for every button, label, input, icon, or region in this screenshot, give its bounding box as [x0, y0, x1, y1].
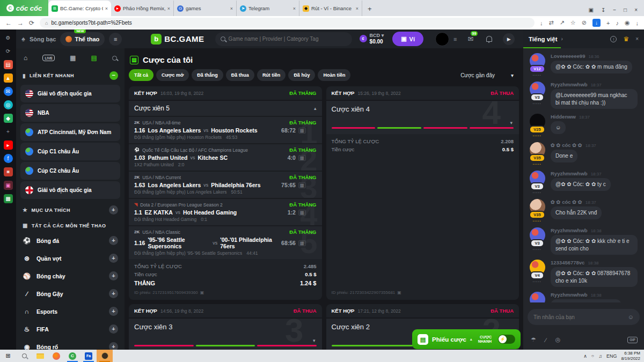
filter-cancelled[interactable]: Đã hủy: [288, 69, 315, 81]
profile-icon[interactable]: ◉: [625, 19, 630, 26]
currency-selector[interactable]: ¢ BCD ▾ $0.00: [360, 33, 384, 45]
bet-card-lost[interactable]: KẾT HỢP 15:26, 19 thg 8, 2022 ĐÃ THUA 4 …: [326, 86, 519, 300]
reload-button[interactable]: ⟳: [29, 19, 34, 27]
url-box[interactable]: ⌂bc.game/sports?bt-path=%2Fbets: [40, 18, 535, 28]
expand-icon[interactable]: ▾: [510, 120, 513, 125]
messenger-icon[interactable]: ✉: [4, 87, 13, 96]
firefox-button[interactable]: [48, 350, 64, 362]
tab-youtube[interactable]: ▸Pháo Hồng Remix, Nhưng ◂))×: [111, 1, 174, 16]
filter-open[interactable]: Cược mở: [156, 69, 189, 81]
tab-close-icon[interactable]: ×: [356, 6, 358, 11]
hot-icon[interactable]: ▲: [4, 73, 13, 83]
chat-rules-icon[interactable]: !: [610, 36, 617, 42]
message-bubble[interactable]: @1233456778vc het r ;))): [551, 299, 621, 302]
new-tab-button[interactable]: +: [362, 5, 377, 16]
expand-plus-button[interactable]: +: [109, 271, 118, 280]
news-icon[interactable]: ▤: [4, 60, 13, 69]
tab-close-icon[interactable]: ×: [105, 6, 108, 11]
home-icon[interactable]: ⌂: [24, 54, 27, 62]
notifications-bell-icon[interactable]: [486, 36, 492, 42]
save-page-icon[interactable]: ↓: [540, 20, 543, 26]
settings-gear-icon[interactable]: ⚙: [4, 33, 13, 42]
bet-name-row[interactable]: Cược xiên 5 ▴: [129, 100, 322, 116]
expand-plus-button[interactable]: +: [109, 236, 118, 245]
message-bubble[interactable]: @✿ ✿ Cóc: ✿ ✿ ty c: [551, 178, 611, 191]
game-search[interactable]: [215, 32, 352, 46]
wallet-button[interactable]: ▣ Ví: [392, 32, 423, 46]
bet-card-lost[interactable]: KẾT HỢP 14:56, 19 thg 8, 2022 ĐÃ THUA 3 …: [129, 304, 322, 350]
rain-icon[interactable]: ☂: [531, 336, 536, 343]
slash-command-icon[interactable]: ∕: [545, 337, 546, 343]
expand-plus-button[interactable]: +: [109, 307, 118, 316]
quick-link-item[interactable]: ATP Cincinnati, Mỹ Đơn Nam: [20, 123, 120, 141]
shortcut-green-icon[interactable]: ▩: [4, 194, 13, 203]
live-icon[interactable]: LIVE: [42, 55, 54, 61]
tab-search-icon[interactable]: ▣: [588, 7, 593, 13]
inbox-icon[interactable]: ✉99: [467, 35, 473, 43]
message-bubble[interactable]: Done e: [551, 150, 577, 162]
quick-link-item[interactable]: Giải vô địch quốc gia: [20, 181, 120, 199]
sports-menu-burger-icon[interactable]: ≡: [109, 33, 122, 46]
sidebar-item-esports[interactable]: ∩Esports+: [16, 302, 125, 320]
expand-plus-button[interactable]: +: [109, 324, 118, 334]
collapse-quick-links-button[interactable]: −: [109, 71, 118, 80]
sort-dropdown[interactable]: Cược gần đây▾: [460, 72, 519, 78]
filter-refund[interactable]: Hoàn tiền: [318, 69, 350, 81]
extensions-icon[interactable]: +: [606, 20, 610, 26]
coc-coc-button[interactable]: C: [64, 350, 80, 362]
tab-close-icon[interactable]: ×: [230, 6, 233, 11]
my-bets-icon[interactable]: ▤: [91, 54, 97, 62]
user-avatar[interactable]: [435, 32, 449, 46]
bookmark-star-icon[interactable]: ☆: [570, 19, 576, 26]
close-window-button[interactable]: ×: [634, 7, 638, 13]
filter-lost[interactable]: Đã thua: [226, 69, 254, 81]
url-text[interactable]: bc.game/sports?bt-path=%2Fbets: [52, 20, 132, 26]
search-input[interactable]: [229, 36, 347, 42]
chevron-right-icon[interactable]: ›: [561, 36, 562, 42]
active-app-button[interactable]: [97, 350, 113, 362]
quick-link-item[interactable]: NBA: [20, 104, 120, 122]
tab-telegram[interactable]: ➤Telegram×: [237, 1, 299, 16]
user-menu-icon[interactable]: ≡: [453, 36, 457, 42]
bet-card-won[interactable]: KẾT HỢP 16:03, 19 thg 8, 2022 ĐÃ THẮNG C…: [129, 86, 322, 300]
copy-icon[interactable]: ▣: [397, 290, 401, 295]
calendar-icon[interactable]: ▦: [70, 54, 76, 62]
tray-expand-icon[interactable]: ∧: [583, 353, 587, 359]
copy-icon[interactable]: ▣: [200, 290, 204, 295]
chat-input-box[interactable]: ☺: [528, 309, 640, 325]
send-to-device-icon[interactable]: ↧: [601, 7, 605, 13]
minimize-button[interactable]: −: [613, 7, 616, 13]
zalo-icon[interactable]: ◎: [4, 100, 13, 109]
share-icon[interactable]: ↗: [560, 19, 565, 26]
shortcut-dark-icon[interactable]: ▣: [4, 181, 13, 190]
tab-close-icon[interactable]: ×: [293, 6, 296, 11]
coin-chip-icon[interactable]: ◎: [555, 336, 561, 343]
maximize-button[interactable]: □: [624, 7, 627, 13]
sports-tab[interactable]: Thể thao NEW: [60, 32, 105, 46]
tab-bcgame[interactable]: BBC.Game: Crypto Casino Gan×: [48, 1, 111, 16]
adblock-icon[interactable]: ⊘: [582, 19, 587, 26]
translate-icon[interactable]: ⇄: [548, 19, 553, 26]
quick-bet-toggle[interactable]: ⚡: [498, 335, 515, 344]
coc-coc-brand[interactable]: Ccốc cốc: [0, 0, 48, 16]
close-chat-icon[interactable]: ×: [635, 36, 639, 42]
start-button[interactable]: ⊞: [0, 350, 16, 362]
bet-name-row[interactable]: 4 Cược xiên 4 ▾: [326, 100, 519, 134]
message-bubble[interactable]: @Loveeeeeee99 mua ngkhac bi mat thi chịu…: [551, 89, 638, 109]
network-icon[interactable]: ⌔: [591, 353, 594, 359]
sidebar-item-fifa[interactable]: ♨FIFA+: [16, 320, 125, 338]
download-icon[interactable]: ↓: [592, 19, 601, 27]
casino-tab[interactable]: Sòng bạc: [30, 36, 56, 42]
back-button[interactable]: ←: [5, 19, 12, 27]
tab-games[interactable]: Ggames×: [174, 1, 237, 16]
expand-plus-button[interactable]: +: [109, 289, 118, 298]
fa-app-button[interactable]: Fa: [80, 350, 97, 362]
games-shortcut-icon[interactable]: ◆: [4, 114, 13, 123]
message-bubble[interactable]: @✿ ✿ Cóc: ✿ ✿ m mua đăng: [551, 61, 632, 73]
filter-cashout[interactable]: Rút tiền: [257, 69, 286, 81]
sidebar-item-tennis[interactable]: ⊛Quần vợt+: [16, 249, 125, 267]
collapse-icon[interactable]: ▴: [314, 106, 317, 111]
chat-language-tab[interactable]: Tiếng việt: [529, 36, 557, 42]
gif-icon[interactable]: GIF: [627, 337, 638, 343]
message-bubble[interactable]: @✿ ✿ Cóc: ✿ ✿ 08788947678 cho e xin 10k: [551, 267, 638, 287]
